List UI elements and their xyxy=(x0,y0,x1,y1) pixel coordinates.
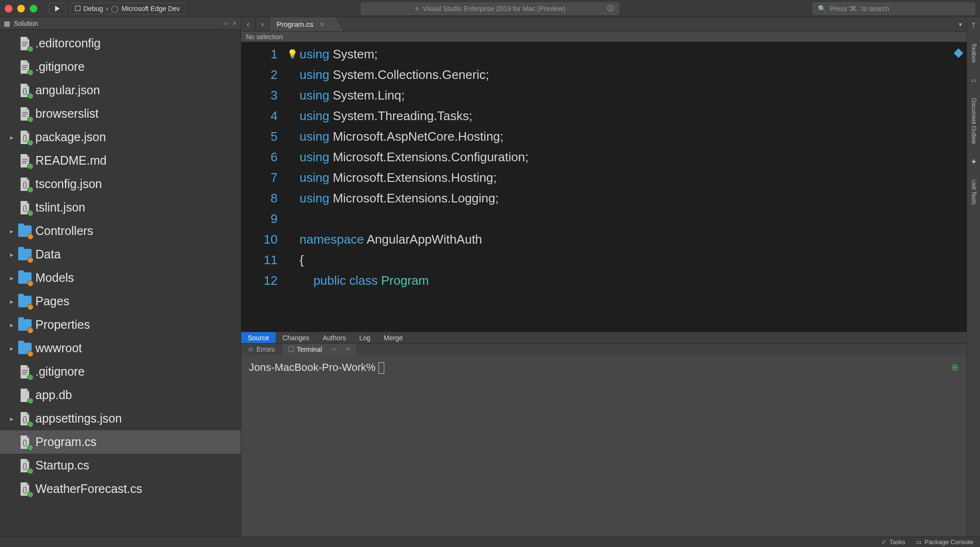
tree-item-wwwroot[interactable]: ▸wwwroot xyxy=(0,336,241,360)
nav-forward-button[interactable]: › xyxy=(256,17,270,31)
rail-outline[interactable]: Document Outline xyxy=(970,98,977,144)
tree-item-label: app.db xyxy=(35,388,72,402)
outline-icon[interactable]: ▭ xyxy=(971,77,976,84)
disclosure-icon[interactable]: ▸ xyxy=(9,415,14,423)
code-line[interactable]: using Microsoft.Extensions.Logging; xyxy=(300,188,528,209)
unit-tests-icon[interactable]: ✚ xyxy=(971,158,976,165)
editor-tab-program[interactable]: Program.cs ✕ xyxy=(270,17,334,31)
editor-breadcrumb[interactable]: No selection xyxy=(241,32,967,42)
tree-item--editorconfig[interactable]: .editorconfig xyxy=(0,32,241,55)
code-line[interactable]: using Microsoft.Extensions.Configuration… xyxy=(300,147,528,167)
tree-item--gitignore[interactable]: .gitignore xyxy=(0,55,241,78)
package-console-status[interactable]: ▭ Package Console xyxy=(916,538,973,546)
tree-item-controllers[interactable]: ▸Controllers xyxy=(0,219,241,243)
source-tab-authors[interactable]: Authors xyxy=(316,332,352,343)
panel-close-icon[interactable]: ✕ xyxy=(232,20,237,27)
code-line[interactable]: using Microsoft.Extensions.Hosting; xyxy=(300,167,528,188)
code-line[interactable]: using Microsoft.AspNetCore.Hosting; xyxy=(300,126,528,147)
tree-item-app-db[interactable]: app.db xyxy=(0,383,241,407)
source-tab-log[interactable]: Log xyxy=(353,332,377,343)
line-number: 12 xyxy=(241,270,278,291)
code-line[interactable]: using System.Threading.Tasks; xyxy=(300,106,528,126)
tree-item-tslint-json[interactable]: {}tslint.json xyxy=(0,196,241,219)
glyph-margin: 💡 xyxy=(284,42,300,332)
tree-item--gitignore[interactable]: .gitignore xyxy=(0,360,241,383)
source-tab-changes[interactable]: Changes xyxy=(276,332,316,343)
nav-back-button[interactable]: ‹ xyxy=(241,17,256,31)
errors-tab[interactable]: ⊘ Errors xyxy=(241,344,282,355)
bottom-panel-tabs: ⊘ Errors Terminal ▭ ✕ xyxy=(241,343,967,355)
json-file-icon: {} xyxy=(18,459,32,472)
panel-dock-icon[interactable]: ▭ xyxy=(332,346,336,352)
terminal-panel[interactable]: Jons-MacBook-Pro-Work% ⊕ xyxy=(241,355,967,536)
tree-item-startup-cs[interactable]: {}Startup.cs xyxy=(0,454,241,477)
new-terminal-button[interactable]: ⊕ xyxy=(951,361,959,373)
tree-item-pages[interactable]: ▸Pages xyxy=(0,290,241,313)
svg-text:{}: {} xyxy=(22,438,27,447)
rail-tests[interactable]: Unit Tests xyxy=(970,179,977,204)
code-line[interactable]: using System.Collections.Generic; xyxy=(300,65,528,85)
disclosure-icon[interactable]: ▸ xyxy=(9,251,14,258)
terminal-tab[interactable]: Terminal ▭ ✕ xyxy=(282,344,357,355)
code-line[interactable]: public class Program xyxy=(300,270,528,291)
code-area[interactable]: using System;using System.Collections.Ge… xyxy=(300,42,528,332)
tree-item-angular-json[interactable]: {}angular.json xyxy=(0,78,241,102)
tree-item-models[interactable]: ▸Models xyxy=(0,266,241,290)
glyph-slot xyxy=(284,229,300,250)
info-icon[interactable]: ⓘ xyxy=(607,4,614,13)
toolbox-icon[interactable]: T xyxy=(972,22,975,29)
svg-rect-12 xyxy=(22,161,28,162)
code-line[interactable]: namespace AngularAppWithAuth xyxy=(300,229,528,250)
folder-icon xyxy=(18,295,32,308)
configuration-picker[interactable]: Debug › ◯ Microsoft Edge Dev xyxy=(70,3,185,14)
tab-overflow-button[interactable]: ▾ xyxy=(954,17,967,31)
code-line[interactable] xyxy=(300,209,528,229)
tree-item-package-json[interactable]: ▸{}package.json xyxy=(0,125,241,149)
source-tab-source[interactable]: Source xyxy=(241,332,276,343)
rail-toolbox[interactable]: Toolbox xyxy=(970,43,977,63)
disclosure-icon[interactable]: ▸ xyxy=(9,298,14,305)
code-line[interactable]: { xyxy=(300,250,528,270)
disclosure-icon[interactable]: ▸ xyxy=(9,321,14,329)
code-line[interactable]: using System.Linq; xyxy=(300,85,528,106)
tasks-status[interactable]: ✓ Tasks xyxy=(881,538,905,546)
file-icon xyxy=(18,107,32,121)
tree-item-browserslist[interactable]: browserslist xyxy=(0,102,241,125)
close-window-icon[interactable] xyxy=(5,5,12,12)
code-line[interactable]: using System; xyxy=(300,44,528,65)
disclosure-icon[interactable]: ▸ xyxy=(9,274,14,282)
solution-title: Solution xyxy=(14,20,38,27)
zoom-window-icon[interactable] xyxy=(30,5,37,12)
lightbulb-icon[interactable]: 💡 xyxy=(284,44,300,65)
code-editor[interactable]: 123456789101112 💡 using System;using Sys… xyxy=(241,42,967,332)
tree-item-data[interactable]: ▸Data xyxy=(0,243,241,266)
tab-close-icon[interactable]: ✕ xyxy=(319,21,325,28)
glyph-slot xyxy=(284,250,300,270)
terminal-tab-label: Terminal xyxy=(297,346,322,353)
solution-tree[interactable]: .editorconfig.gitignore{}angular.jsonbro… xyxy=(0,30,241,536)
svg-rect-1 xyxy=(22,44,28,45)
configuration-label: Debug xyxy=(83,5,103,12)
disclosure-icon[interactable]: ▸ xyxy=(9,345,14,352)
tree-item-weatherforecast-cs[interactable]: {}WeatherForecast.cs xyxy=(0,477,241,501)
source-tab-merge[interactable]: Merge xyxy=(377,332,410,343)
disclosure-icon[interactable]: ▸ xyxy=(9,134,14,141)
panel-close-icon[interactable]: ✕ xyxy=(346,346,350,352)
tree-item-label: Properties xyxy=(35,318,90,332)
run-button[interactable] xyxy=(49,3,66,14)
folder-icon xyxy=(18,342,32,355)
global-search[interactable]: 🔍 Press '⌘.' to search xyxy=(813,2,975,15)
tree-item-readme-md[interactable]: README.md xyxy=(0,149,241,172)
disclosure-icon[interactable]: ▸ xyxy=(9,227,14,235)
panel-dock-icon[interactable]: ▭ xyxy=(223,20,228,26)
added-badge-icon xyxy=(27,210,33,216)
svg-text:{}: {} xyxy=(22,87,27,95)
tree-item-tsconfig-json[interactable]: {}tsconfig.json xyxy=(0,172,241,196)
tree-item-program-cs[interactable]: {}Program.cs xyxy=(0,430,241,454)
terminal-icon xyxy=(289,346,294,352)
folder-icon xyxy=(18,271,32,285)
line-number: 2 xyxy=(241,65,278,85)
tree-item-properties[interactable]: ▸Properties xyxy=(0,313,241,336)
tree-item-appsettings-json[interactable]: ▸{}appsettings.json xyxy=(0,407,241,430)
minimize-window-icon[interactable] xyxy=(17,5,25,12)
